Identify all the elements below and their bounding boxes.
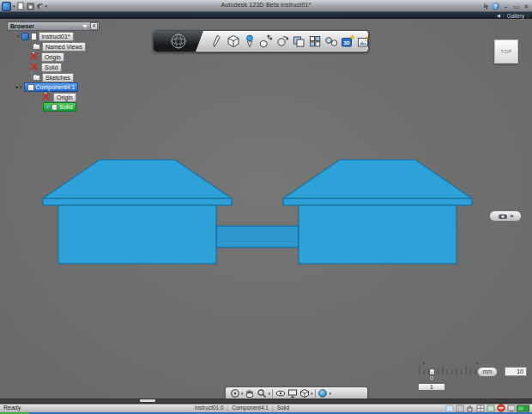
gallery-link[interactable]: Gallery — [507, 13, 525, 19]
orbit-button[interactable] — [229, 388, 240, 399]
insert-3d-icon: 3D — [340, 33, 355, 49]
hidden-solid-icon — [31, 64, 39, 71]
split-tool-button[interactable] — [307, 32, 323, 51]
view-cube[interactable]: TOP — [494, 40, 518, 64]
tree-row-component-solid[interactable]: Solid — [43, 102, 76, 112]
model-right-roof — [283, 160, 472, 198]
magnifier-icon — [257, 388, 267, 399]
tree-label[interactable]: Origin — [45, 53, 61, 61]
page-icon — [31, 33, 37, 40]
display-caret-icon[interactable]: ▾ — [329, 392, 332, 396]
lock-toggle-icon[interactable] — [465, 405, 475, 412]
filter-icon[interactable] — [82, 25, 88, 28]
model-canvas[interactable] — [0, 0, 532, 414]
tree-row-root[interactable]: ▾ instruct01* — [17, 32, 74, 41]
tree-row-origin[interactable]: Origin — [31, 52, 64, 62]
primitives-tool-button[interactable] — [226, 32, 241, 51]
gallery-back-icon[interactable]: ◀ — [497, 13, 500, 18]
overlap-squares-icon — [291, 33, 306, 49]
cube-icon — [226, 33, 241, 49]
notification-icon[interactable] — [496, 405, 505, 412]
progress-indicator-icon — [517, 405, 529, 412]
solid-icon — [51, 104, 57, 111]
sketch-tool-button[interactable] — [209, 32, 225, 51]
zoom-button[interactable] — [257, 388, 268, 399]
four-squares-icon — [307, 33, 323, 49]
status-ready-text: Ready — [3, 405, 21, 411]
browser-close-button[interactable]: ✕ — [90, 22, 98, 30]
tree-row-component[interactable]: ● ▾ Component4:1 — [15, 82, 78, 92]
minimize-button[interactable]: – — [502, 3, 510, 10]
expand-arrows-icon[interactable]: » — [511, 213, 514, 219]
title-bar: ▾ ▾ Autodesk 123D Beta instruct01* ? – ▭… — [0, 0, 532, 12]
combine-tool-button[interactable] — [291, 32, 306, 51]
tree-row-sketches[interactable]: Sketches — [33, 73, 74, 82]
titlebar-right: ? – ▭ ✕ — [481, 2, 530, 10]
status-divider: | — [272, 405, 274, 411]
status-component: Component4:1 — [232, 405, 269, 411]
tree-label[interactable]: Solid — [45, 64, 58, 71]
tree-label[interactable]: Sketches — [45, 74, 70, 82]
tree-row-component-origin[interactable]: Origin — [43, 93, 76, 102]
status-body: Solid — [277, 405, 289, 411]
view-cube-button[interactable] — [299, 388, 310, 399]
tree-row-named-views[interactable]: Named Views — [33, 42, 86, 52]
expander-icon[interactable]: ▾ — [17, 34, 20, 39]
model-left-base — [58, 205, 216, 264]
app-window: ▾ ▾ Autodesk 123D Beta instruct01* ? – ▭… — [0, 0, 532, 414]
move-tool-button[interactable] — [258, 32, 274, 51]
tree-label[interactable]: Origin — [57, 94, 73, 101]
tree-label[interactable]: Named Views — [45, 43, 82, 51]
cube-caret-icon[interactable]: ▾ — [311, 392, 313, 396]
scrollbar-thumb[interactable] — [140, 399, 155, 402]
expander-icon[interactable]: ▾ — [20, 85, 22, 89]
hidden-x-icon — [42, 93, 50, 100]
maximize-button[interactable]: ▭ — [512, 3, 520, 10]
hidden-x-icon — [30, 63, 38, 70]
document-icon — [21, 33, 29, 40]
pan-button[interactable] — [245, 388, 256, 399]
toolbar-icons: 3D — [205, 31, 368, 52]
display-style-button[interactable] — [317, 388, 329, 399]
group-tool-button[interactable] — [323, 32, 339, 51]
bounding-box-toggle-icon[interactable] — [455, 405, 464, 412]
units-pill[interactable]: mm — [477, 367, 498, 377]
grid-size-input[interactable]: 10 — [505, 367, 527, 376]
tree-label-active[interactable]: Solid — [59, 103, 73, 111]
status-context: instruct01:0 | Component4:1 | Solid — [195, 405, 289, 411]
folder-icon — [33, 44, 40, 50]
display-mode-icon[interactable] — [506, 405, 516, 412]
nav-separator — [272, 389, 273, 398]
status-document: instruct01:0 — [195, 405, 224, 411]
menubar-divider: | — [503, 13, 505, 19]
view-cube-face-label[interactable]: TOP — [500, 49, 512, 54]
tree-label[interactable]: instruct01* — [42, 33, 70, 40]
fit-view-button[interactable] — [287, 388, 298, 399]
browser-panel-header[interactable]: Browser ✕ — [7, 21, 100, 31]
view-tools-pill[interactable]: » — [489, 210, 522, 222]
revolve-tool-button[interactable] — [242, 32, 257, 51]
help-icon[interactable]: ? — [492, 3, 499, 10]
zoom-caret-icon[interactable]: ▾ — [269, 392, 271, 396]
look-at-button[interactable] — [275, 388, 286, 399]
orbit-icon — [230, 388, 240, 399]
window-title: Autodesk 123D Beta instruct01* — [0, 2, 532, 8]
close-button[interactable]: ✕ — [523, 3, 530, 10]
selection-toggle-icon[interactable] — [444, 405, 454, 412]
sync-icon[interactable] — [481, 2, 489, 10]
tree-label-selected[interactable]: Component4:1 — [36, 83, 76, 91]
main-toolbar: 3D — [153, 30, 369, 52]
tree-row-solid[interactable]: Solid — [31, 63, 62, 72]
insert-image-button[interactable] — [356, 32, 369, 51]
insert-3d-label: 3D — [343, 40, 349, 46]
snap-value-box[interactable]: 1 — [418, 383, 445, 391]
orbit-caret-icon[interactable]: ▾ — [241, 392, 244, 396]
pattern-tool-button[interactable] — [275, 32, 290, 51]
sphere-arrow-icon — [275, 33, 290, 49]
camera-icon[interactable] — [498, 213, 508, 220]
insert-3d-model-button[interactable]: 3D — [340, 32, 355, 51]
grid-toggle-icon[interactable] — [475, 405, 485, 412]
snap-toggle-icon[interactable] — [486, 405, 495, 412]
app-main-menu-button[interactable] — [154, 31, 203, 52]
snap-slider-value: 0 — [430, 375, 433, 381]
